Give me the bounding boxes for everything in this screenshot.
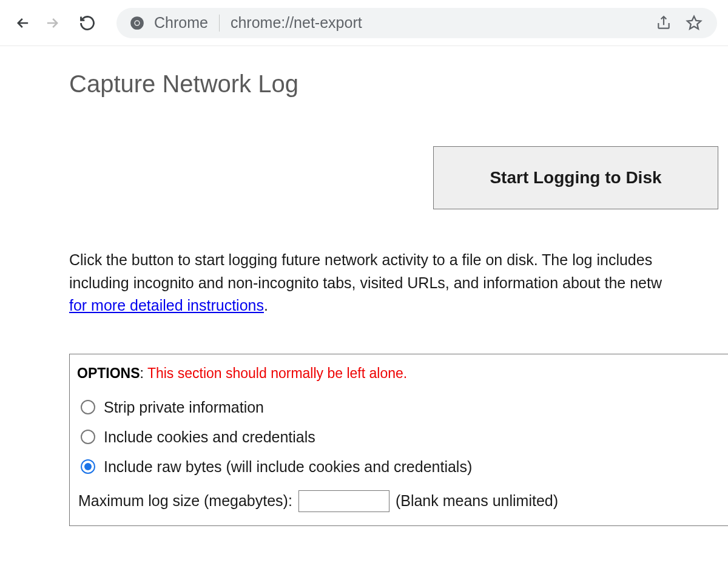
- svg-point-2: [135, 21, 140, 25]
- share-icon[interactable]: [653, 12, 675, 34]
- address-url: chrome://net-export: [231, 14, 644, 32]
- description-line-1: Click the button to start logging future…: [69, 249, 728, 272]
- max-log-size-input[interactable]: [298, 490, 389, 512]
- max-log-size-label: Maximum log size (megabytes):: [78, 492, 292, 510]
- reload-button[interactable]: [75, 11, 99, 35]
- address-app-label: Chrome: [154, 14, 208, 32]
- start-logging-button[interactable]: Start Logging to Disk: [433, 146, 718, 209]
- max-log-size-row: Maximum log size (megabytes): (Blank mea…: [77, 482, 721, 512]
- description-line-2: including incognito and non-incognito ta…: [69, 274, 662, 291]
- radio-include-cookies[interactable]: Include cookies and credentials: [77, 422, 721, 452]
- radio-icon: [81, 400, 95, 414]
- forward-button[interactable]: [40, 11, 64, 35]
- bookmark-star-icon[interactable]: [683, 12, 705, 34]
- radio-include-raw-bytes[interactable]: Include raw bytes (will include cookies …: [77, 452, 721, 482]
- description-period: .: [264, 297, 268, 314]
- chrome-icon: [129, 15, 146, 32]
- page-title: Capture Network Log: [69, 70, 728, 98]
- description-text: Click the button to start logging future…: [69, 249, 728, 317]
- address-separator: [219, 15, 220, 32]
- options-warning: This section should normally be left alo…: [147, 365, 407, 381]
- page-content: Capture Network Log Start Logging to Dis…: [0, 46, 728, 526]
- radio-strip-private[interactable]: Strip private information: [77, 393, 721, 422]
- radio-label: Include raw bytes (will include cookies …: [104, 458, 472, 476]
- address-bar[interactable]: Chrome chrome://net-export: [116, 8, 717, 38]
- radio-icon: [81, 430, 95, 444]
- browser-toolbar: Chrome chrome://net-export: [0, 0, 728, 46]
- radio-label: Include cookies and credentials: [104, 428, 315, 446]
- back-button[interactable]: [11, 11, 35, 35]
- options-heading: OPTIONS: [77, 365, 140, 381]
- radio-label: Strip private information: [104, 399, 264, 416]
- radio-icon: [81, 459, 95, 474]
- max-log-size-hint: (Blank means unlimited): [396, 492, 558, 510]
- options-panel: OPTIONS: This section should normally be…: [69, 354, 728, 526]
- instructions-link[interactable]: for more detailed instructions: [69, 297, 264, 314]
- options-header: OPTIONS: This section should normally be…: [77, 365, 721, 382]
